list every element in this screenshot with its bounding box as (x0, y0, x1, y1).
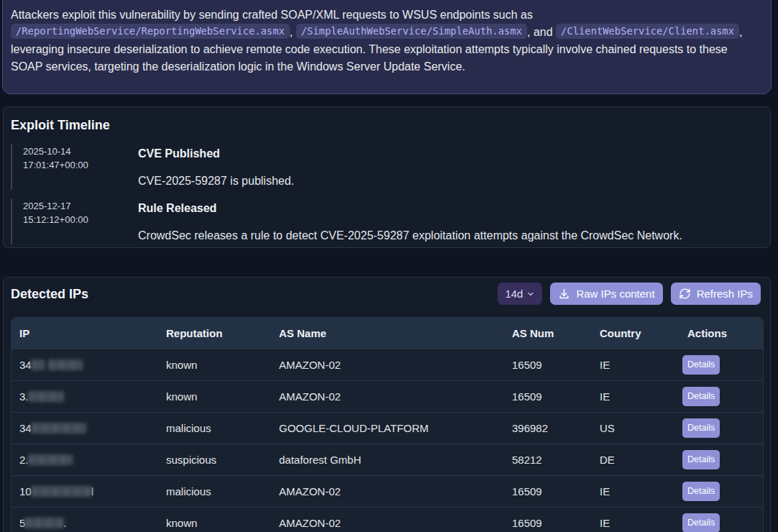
table-row: 3. known AMAZON-02 16509 IE Details (12, 380, 763, 412)
details-button[interactable]: Details (682, 387, 720, 406)
ip-cell: 2. (12, 444, 158, 475)
column-header-reputation: Reputation (158, 318, 271, 349)
raw-ips-content-button[interactable]: Raw IPs content (550, 283, 662, 305)
actions-cell: Details (679, 380, 763, 412)
separator-text: , and (527, 26, 553, 38)
actions-cell: Details (679, 412, 763, 444)
actions-cell: Details (679, 349, 763, 380)
timeline-event-time: 15:12:12+00:00 (23, 213, 138, 226)
refresh-ips-label: Refresh IPs (697, 288, 753, 300)
redacted-ip-segment (28, 454, 73, 465)
ip-prefix: 34 (19, 359, 32, 371)
redacted-ip-segment (31, 423, 86, 434)
column-header-ip: IP (12, 318, 158, 349)
table-header-row: IP Reputation AS Name AS Num Country Act… (12, 318, 763, 349)
detected-ips-table: IP Reputation AS Name AS Num Country Act… (11, 317, 764, 532)
country-cell: IE (592, 475, 679, 507)
chevron-down-icon (526, 290, 535, 298)
exploit-timeline-title: Exploit Timeline (11, 119, 760, 132)
country-cell: US (592, 412, 679, 444)
country-cell: IE (592, 349, 679, 380)
endpoint-code-1: /ReportingWebService/ReportingWebService… (11, 24, 290, 39)
as-num-cell: 396982 (504, 412, 592, 444)
as-num-cell: 58212 (504, 444, 592, 475)
details-button[interactable]: Details (682, 482, 720, 501)
redacted-ip-segment (48, 359, 83, 370)
timeline-event-description: CVE-2025-59287 is published. (138, 173, 294, 190)
column-header-actions: Actions (679, 318, 763, 349)
period-select-value: 14d (505, 288, 523, 300)
ip-prefix: 34 (19, 422, 32, 434)
timeline-event-title: Rule Released (138, 200, 682, 217)
exploit-timeline-card: Exploit Timeline 2025-10-14 17:01:47+00:… (3, 106, 771, 248)
timeline-event-description: CrowdSec releases a rule to detect CVE-2… (138, 227, 682, 244)
timeline-event-date: 2025-10-14 (23, 145, 138, 158)
column-header-country: Country (592, 318, 679, 349)
ip-cell: 3. (12, 380, 158, 412)
as-num-cell: 16509 (504, 349, 592, 380)
timeline-event: 2025-12-17 15:12:12+00:00 Rule Released … (11, 198, 760, 244)
table-row: 34 malicious GOOGLE-CLOUD-PLATFORM 39698… (12, 412, 763, 444)
redacted-ip-segment (31, 359, 45, 370)
as-name-cell: AMAZON-02 (271, 380, 504, 412)
as-num-cell: 16509 (504, 475, 592, 507)
period-select[interactable]: 14d (498, 283, 542, 305)
country-cell: DE (592, 444, 679, 475)
download-icon (558, 288, 570, 300)
detected-ips-title: Detected IPs (11, 288, 88, 301)
reputation-cell: known (158, 507, 271, 532)
endpoint-code-3: /ClientWebService/Client.asmx (556, 24, 739, 39)
as-name-cell: dataforest GmbH (271, 444, 504, 475)
actions-cell: Details (679, 475, 763, 507)
timeline-event-datetime: 2025-12-17 15:12:12+00:00 (23, 198, 138, 244)
redacted-ip-segment (24, 518, 64, 528)
details-button[interactable]: Details (682, 355, 720, 375)
ip-cell: 34 (12, 349, 158, 380)
as-num-cell: 16509 (504, 380, 592, 412)
country-cell: IE (592, 507, 679, 532)
timeline-event-datetime: 2025-10-14 17:01:47+00:00 (23, 144, 138, 190)
separator-text: , (290, 26, 293, 38)
table-row: 2. suspicious dataforest GmbH 58212 DE D… (12, 444, 763, 475)
timeline-event-title: CVE Published (138, 145, 294, 162)
ip-cell: 10l (12, 475, 158, 507)
country-cell: IE (592, 380, 679, 412)
timeline-event-date: 2025-12-17 (23, 199, 138, 213)
as-num-cell: 16509 (504, 507, 592, 532)
ip-prefix: 3. (19, 390, 29, 403)
as-name-cell: GOOGLE-CLOUD-PLATFORM (271, 412, 504, 444)
reputation-cell: malicious (158, 412, 271, 444)
description-line-2: /ReportingWebService/ReportingWebService… (11, 24, 763, 42)
details-button[interactable]: Details (682, 450, 720, 469)
table-row: 10l malicious AMAZON-02 16509 IE Details (12, 475, 763, 507)
raw-ips-content-label: Raw IPs content (576, 288, 654, 300)
table-row: 5. known AMAZON-02 16509 IE Details (12, 507, 763, 532)
reputation-cell: malicious (158, 475, 271, 507)
details-button[interactable]: Details (682, 418, 720, 438)
ip-cell: 34 (12, 412, 158, 444)
table-row: 34 known AMAZON-02 16509 IE Details (12, 349, 763, 380)
as-name-cell: AMAZON-02 (271, 475, 504, 507)
as-name-cell: AMAZON-02 (271, 507, 504, 532)
description-line-1: Attackers exploit this vulnerability by … (11, 6, 763, 24)
endpoint-code-2: /SimpleAuthWebService/SimpleAuth.asmx (296, 24, 527, 39)
timeline-event-time: 17:01:47+00:00 (23, 158, 138, 172)
redacted-ip-segment (28, 391, 64, 402)
ip-prefix: 10 (19, 485, 32, 497)
as-name-cell: AMAZON-02 (271, 349, 504, 380)
detected-ips-header: Detected IPs 14d Raw IPs content Refresh… (11, 283, 761, 305)
vulnerability-description-panel: Attackers exploit this vulnerability by … (2, 0, 772, 94)
timeline-entries: 2025-10-14 17:01:47+00:00 CVE Published … (11, 144, 760, 244)
details-button[interactable]: Details (682, 513, 720, 532)
description-line-4: SOAP services, targeting the deserializa… (11, 58, 763, 75)
actions-cell: Details (679, 444, 763, 475)
redacted-ip-segment (31, 486, 92, 497)
refresh-ips-button[interactable]: Refresh IPs (671, 283, 761, 305)
ip-prefix: 2. (19, 454, 29, 466)
detected-ips-card: Detected IPs 14d Raw IPs content Refresh… (3, 277, 771, 532)
description-line-3: leveraging insecure deserialization to a… (11, 41, 763, 58)
refresh-icon (679, 288, 691, 300)
actions-cell: Details (679, 507, 763, 532)
column-header-as-name: AS Name (271, 318, 504, 349)
column-header-as-num: AS Num (504, 318, 592, 349)
